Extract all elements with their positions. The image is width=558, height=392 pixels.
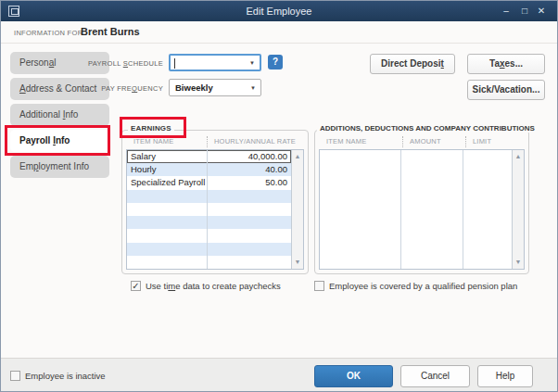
pay-frequency-select[interactable]: Biweekly ▼: [169, 79, 261, 96]
payroll-schedule-select[interactable]: ▼: [169, 54, 261, 71]
info-bar: INFORMATION FOR Brent Burns: [1, 21, 557, 44]
additions-col-amount: AMOUNT: [402, 136, 465, 147]
direct-deposit-button[interactable]: Direct Deposit: [370, 54, 455, 74]
earnings-title: EARNINGS: [128, 124, 174, 133]
additions-col-limit: LIMIT: [465, 136, 514, 147]
tab-payroll-info[interactable]: Payroll Info: [10, 130, 109, 152]
minimize-icon[interactable]: –: [498, 1, 514, 21]
help-icon[interactable]: ?: [268, 55, 283, 70]
earnings-table: Salary 40,000.00 Hourly 40.00 Specialize…: [126, 149, 304, 270]
tab-employment-info[interactable]: Employment Info: [10, 156, 109, 178]
maximize-icon[interactable]: □: [516, 1, 533, 21]
earnings-col-rate: HOURLY/ANNUAL RATE: [207, 136, 303, 147]
scroll-up-icon[interactable]: ▲: [295, 150, 301, 163]
footer-bar: Employee is inactive OK Cancel Help: [1, 358, 557, 391]
sick-vacation-button[interactable]: Sick/Vacation...: [467, 80, 545, 100]
taxes-button[interactable]: Taxes...: [467, 54, 545, 74]
table-row[interactable]: [127, 256, 291, 269]
checkbox-check-icon[interactable]: ✓: [131, 281, 141, 291]
cancel-button[interactable]: Cancel: [400, 365, 470, 387]
table-row[interactable]: Specialized Payroll Item 50.00: [127, 176, 291, 189]
pension-plan-checkbox[interactable]: Employee is covered by a qualified pensi…: [314, 281, 517, 291]
employee-name: Brent Burns: [81, 26, 140, 37]
additions-table: ▲ ▼: [319, 149, 525, 270]
window-title: Edit Employee: [1, 1, 557, 21]
chevron-down-icon: ▼: [249, 55, 255, 70]
use-time-data-checkbox[interactable]: ✓ Use time data to create paychecks: [131, 281, 281, 291]
table-row[interactable]: Hourly 40.00: [127, 163, 291, 176]
pay-frequency-label: PAY FREQUENCY: [75, 84, 163, 93]
close-icon[interactable]: ✕: [533, 1, 550, 21]
table-row[interactable]: Salary 40,000.00: [127, 150, 291, 163]
table-row[interactable]: [127, 216, 291, 229]
additions-rows[interactable]: [320, 150, 512, 269]
edit-employee-dialog: Edit Employee – □ ✕ INFORMATION FOR Bren…: [0, 0, 558, 392]
scroll-up-icon[interactable]: ▲: [515, 150, 522, 163]
additions-scrollbar[interactable]: ▲ ▼: [512, 150, 524, 269]
earnings-col-item-name: ITEM NAME: [127, 136, 207, 147]
table-row[interactable]: [127, 243, 291, 256]
tab-additional-info[interactable]: Additional Info: [10, 104, 109, 126]
table-row[interactable]: [127, 229, 291, 242]
earnings-rows: Salary 40,000.00 Hourly 40.00 Specialize…: [127, 150, 291, 269]
title-bar: Edit Employee – □ ✕: [1, 1, 557, 21]
scroll-down-icon[interactable]: ▼: [515, 256, 522, 269]
scroll-down-icon[interactable]: ▼: [295, 256, 301, 269]
earnings-scrollbar[interactable]: ▲ ▼: [291, 150, 303, 269]
employee-inactive-checkbox[interactable]: Employee is inactive: [10, 371, 106, 381]
chevron-down-icon: ▼: [250, 80, 256, 95]
checkbox-check-icon[interactable]: [10, 371, 20, 381]
additions-col-item-name: ITEM NAME: [320, 136, 402, 147]
additions-title: ADDITIONS, DEDUCTIONS AND COMPANY CONTRI…: [317, 124, 538, 133]
table-row[interactable]: [127, 203, 291, 216]
table-row[interactable]: [127, 190, 291, 203]
help-button[interactable]: Help: [477, 365, 533, 387]
information-for-label: INFORMATION FOR: [14, 29, 82, 37]
checkbox-check-icon[interactable]: [314, 281, 324, 291]
payroll-schedule-label: PAYROLL SCHEDULE: [75, 59, 163, 68]
ok-button[interactable]: OK: [314, 365, 393, 387]
